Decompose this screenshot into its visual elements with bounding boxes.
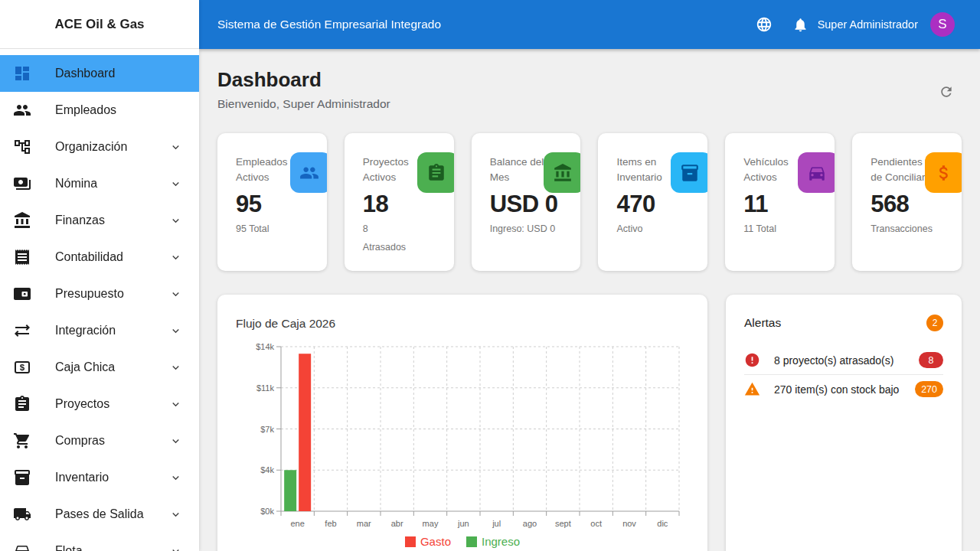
y-axis-label: $4k (260, 465, 274, 474)
chevron-down-icon-svg (169, 435, 182, 448)
alert-row: 8 proyecto(s) atrasado(s)8 (744, 346, 943, 375)
chevron-down-icon-svg (169, 545, 182, 551)
receipt-icon-svg (13, 248, 31, 266)
sidebar: ACE Oil & Gas DashboardEmpleadosOrganiza… (0, 0, 199, 551)
sidebar-item-presupuesto[interactable]: Presupuesto (0, 276, 199, 312)
bottom-row: Flujo de Caja 2026 $0k$4k$7k$11k$14kenef… (217, 295, 962, 551)
chart-legend: GastoIngreso (217, 535, 707, 548)
inventory-icon (671, 152, 707, 193)
legend-swatch (466, 536, 477, 547)
cash-box-icon-svg: $ (13, 358, 31, 377)
sidebar-item-finanzas[interactable]: Finanzas (0, 202, 199, 239)
legend-label: Ingreso (482, 535, 520, 548)
cashflow-chart-card: Flujo de Caja 2026 $0k$4k$7k$11k$14kenef… (217, 295, 707, 551)
y-axis-label: $0k (260, 507, 274, 516)
sidebar-item-inventario[interactable]: Inventario (0, 459, 199, 496)
stat-sub-line: Atrasados (363, 238, 448, 256)
legend-item-ingreso[interactable]: Ingreso (466, 535, 520, 548)
refresh-icon-svg (939, 84, 954, 99)
car-icon (13, 542, 31, 551)
chevron-down-icon (169, 141, 182, 154)
sidebar-nav: DashboardEmpleadosOrganizaciónNóminaFina… (0, 49, 199, 551)
alert-row: 270 item(s) con stock bajo270 (744, 375, 943, 403)
sidebar-item-label: Integración (55, 324, 116, 337)
alert-count-badge: 270 (915, 381, 943, 397)
stat-sub: Ingreso: USD 0 (490, 220, 581, 238)
x-axis-label: abr (391, 519, 403, 528)
org-tree-icon (13, 138, 31, 156)
bar-gasto-ene (299, 354, 311, 511)
stat-value: 11 (743, 192, 835, 216)
sidebar-item-integracion[interactable]: Integración (0, 312, 199, 349)
sidebar-item-label: Presupuesto (55, 287, 124, 301)
chevron-down-icon (169, 178, 182, 191)
chevron-down-icon-svg (169, 361, 182, 374)
y-axis-label: $11k (256, 383, 275, 393)
inventory-icon (13, 468, 31, 487)
chevron-down-icon (169, 471, 182, 484)
sidebar-item-proyectos[interactable]: Proyectos (0, 386, 199, 422)
sidebar-item-label: Nómina (55, 177, 97, 191)
alert-count-badge: 8 (919, 352, 943, 368)
stat-value: 18 (363, 192, 454, 216)
car-icon-svg (807, 163, 827, 183)
stat-sub-line: Activo (616, 220, 701, 238)
x-axis-label: may (423, 519, 439, 528)
clipboard-icon (13, 395, 31, 413)
y-axis-label: $7k (260, 425, 274, 434)
alert-text: 270 item(s) con stock bajo (774, 383, 915, 396)
sidebar-item-compras[interactable]: Compras (0, 422, 199, 459)
sidebar-item-empleados[interactable]: Empleados (0, 92, 199, 129)
cart-icon-svg (13, 432, 31, 450)
legend-label: Gasto (420, 535, 451, 548)
chevron-down-icon-svg (169, 141, 182, 154)
car-icon (798, 152, 835, 193)
dashboard-icon (13, 64, 31, 83)
stat-value: 95 (236, 192, 327, 216)
sidebar-item-nomina[interactable]: Nómina (0, 165, 199, 202)
sidebar-item-caja-chica[interactable]: $Caja Chica (0, 349, 199, 386)
bank-icon (544, 152, 580, 193)
cart-icon (13, 432, 31, 450)
bank-icon-svg (13, 211, 31, 230)
sidebar-item-label: Organización (55, 140, 127, 154)
sidebar-item-label: Finanzas (55, 214, 105, 227)
globe-icon[interactable] (756, 16, 773, 33)
topbar: Sistema de Gestión Empresarial Integrado… (199, 0, 980, 49)
sidebar-item-dashboard[interactable]: Dashboard (0, 55, 199, 92)
cashflow-chart: $0k$4k$7k$11k$14kenefebmarabrmayjunjulag… (217, 295, 707, 532)
x-axis-label: ago (523, 519, 537, 528)
inventory-icon-svg (680, 163, 700, 183)
sidebar-item-organizacion[interactable]: Organización (0, 129, 199, 165)
truck-icon (13, 505, 31, 523)
chevron-down-icon (169, 288, 182, 301)
sidebar-item-flota[interactable]: Flota (0, 533, 199, 551)
chevron-down-icon-svg (169, 251, 182, 264)
alerts-header: Alertas 2 (744, 295, 943, 331)
stat-card-proyectos-activos: Proyectos Activos188Atrasados (345, 133, 454, 271)
truck-icon-svg (13, 505, 31, 523)
legend-item-gasto[interactable]: Gasto (405, 535, 451, 548)
sidebar-item-contabilidad[interactable]: Contabilidad (0, 239, 199, 276)
sidebar-item-label: Empleados (55, 103, 116, 117)
bell-icon[interactable] (792, 17, 808, 33)
refresh-icon[interactable] (939, 84, 954, 99)
avatar[interactable]: S (930, 12, 955, 37)
topbar-title: Sistema de Gestión Empresarial Integrado (217, 18, 441, 31)
stat-cards-row: Empleados Activos9595 TotalProyectos Act… (217, 133, 962, 271)
page-title: Dashboard (217, 69, 962, 90)
bank-icon (13, 211, 31, 230)
chevron-down-icon-svg (169, 398, 182, 411)
bar-ingreso-ene (284, 470, 296, 511)
dollar-icon-svg (934, 163, 954, 183)
stat-card-pendientes-de-conciliar: Pendientes de Conciliar568Transacciones (852, 133, 962, 271)
stat-card-balance-del-mes: Balance del MesUSD 0Ingreso: USD 0 (472, 133, 581, 271)
receipt-icon (13, 248, 31, 266)
brand-title: ACE Oil & Gas (0, 0, 199, 49)
sidebar-item-pases-de-salida[interactable]: Pases de Salida (0, 496, 199, 533)
x-axis-label: jul (492, 519, 501, 528)
error-icon-svg (744, 352, 760, 368)
stat-value: 568 (871, 192, 962, 216)
budget-icon-svg (13, 285, 31, 303)
swap-icon-svg (13, 321, 31, 340)
